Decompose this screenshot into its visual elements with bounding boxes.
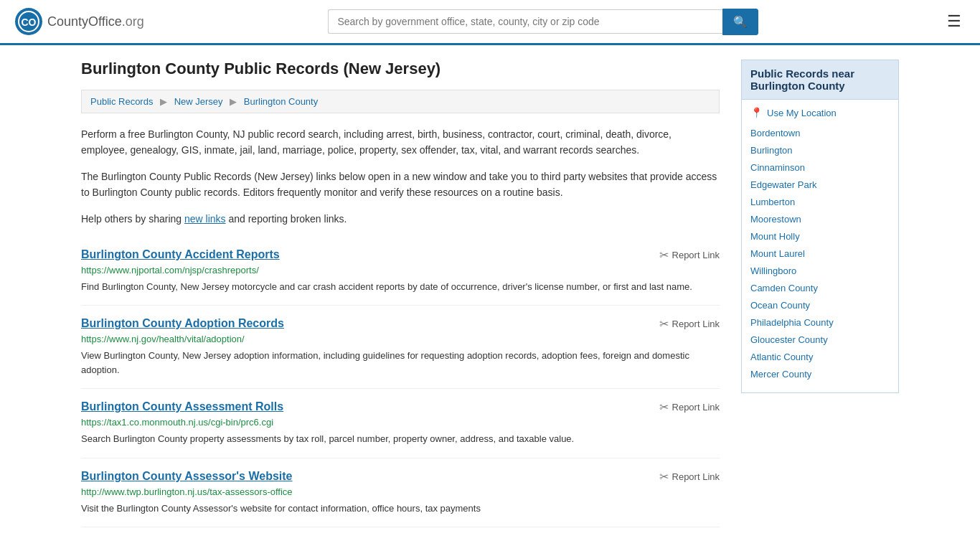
main-container: Burlington County Public Records (New Je… [67, 45, 913, 542]
scissors-icon-0: ✂ [659, 248, 669, 262]
site-header: CO CountyOffice.org 🔍 ☰ [0, 0, 980, 45]
logo[interactable]: CO CountyOffice.org [14, 7, 144, 36]
sidebar: Public Records near Burlington County 📍 … [741, 60, 899, 527]
location-pin-icon: 📍 [750, 107, 763, 118]
sidebar-city-link-5[interactable]: Moorestown [750, 214, 801, 225]
sidebar-city-link-0[interactable]: Bordentown [750, 128, 800, 138]
sidebar-city-link-1[interactable]: Burlington [750, 145, 793, 156]
search-button[interactable]: 🔍 [722, 9, 758, 35]
scissors-icon-3: ✂ [659, 470, 669, 484]
list-item: Camden County [750, 282, 890, 293]
record-title-1[interactable]: Burlington County Adoption Records [81, 317, 284, 330]
report-link-label-3: Report Link [672, 471, 720, 482]
sidebar-city-link-7[interactable]: Mount Laurel [750, 248, 805, 259]
report-link-label-1: Report Link [672, 319, 720, 329]
list-item: Moorestown [750, 213, 890, 225]
sidebar-city-link-8[interactable]: Willingboro [750, 265, 796, 276]
record-title-3[interactable]: Burlington County Assessor's Website [81, 470, 293, 483]
record-url-0[interactable]: https://www.njportal.com/njsp/crashrepor… [81, 265, 720, 276]
description-para-2: The Burlington County Public Records (Ne… [81, 169, 720, 201]
description-para-3: Help others by sharing new links and rep… [81, 211, 720, 227]
scissors-icon-1: ✂ [659, 317, 669, 331]
sidebar-city-link-4[interactable]: Lumberton [750, 197, 795, 207]
list-item: Bordentown [750, 127, 890, 138]
record-desc-3: Visit the Burlington County Assessor's w… [81, 501, 720, 516]
list-item: Gloucester County [750, 334, 890, 345]
main-content: Burlington County Public Records (New Je… [81, 60, 720, 527]
record-url-2[interactable]: https://tax1.co.monmouth.nj.us/cgi-bin/p… [81, 417, 720, 428]
record-header: Burlington County Assessment Rolls ✂ Rep… [81, 400, 720, 414]
sidebar-county-link-1[interactable]: Ocean County [750, 300, 810, 311]
breadcrumb-burlington-county[interactable]: Burlington County [244, 96, 318, 107]
sidebar-county-link-2[interactable]: Philadelphia County [750, 317, 834, 328]
sidebar-county-link-3[interactable]: Gloucester County [750, 334, 828, 345]
sidebar-county-link-4[interactable]: Atlantic County [750, 352, 813, 362]
report-link-label-0: Report Link [672, 250, 720, 260]
sidebar-title: Public Records near Burlington County [741, 60, 899, 99]
record-entry: Burlington County Adoption Records ✂ Rep… [81, 306, 720, 389]
records-list: Burlington County Accident Reports ✂ Rep… [81, 237, 720, 528]
breadcrumb-sep-2: ▶ [230, 96, 237, 107]
page-title: Burlington County Public Records (New Je… [81, 60, 720, 78]
record-header: Burlington County Assessor's Website ✂ R… [81, 470, 720, 484]
record-desc-0: Find Burlington County, New Jersey motor… [81, 280, 720, 294]
record-header: Burlington County Accident Reports ✂ Rep… [81, 248, 720, 262]
list-item: Ocean County [750, 299, 890, 311]
list-item: Willingboro [750, 265, 890, 276]
list-item: Cinnaminson [750, 161, 890, 173]
sidebar-counties-list: Camden CountyOcean CountyPhiladelphia Co… [750, 282, 890, 380]
list-item: Philadelphia County [750, 316, 890, 328]
report-link-button-0[interactable]: ✂ Report Link [659, 248, 720, 262]
search-bar: 🔍 [328, 9, 758, 35]
record-url-3[interactable]: http://www.twp.burlington.nj.us/tax-asse… [81, 486, 720, 497]
svg-text:CO: CO [22, 17, 37, 28]
record-desc-2: Search Burlington County property assess… [81, 432, 720, 446]
list-item: Edgewater Park [750, 179, 890, 190]
list-item: Burlington [750, 144, 890, 156]
sidebar-city-link-3[interactable]: Edgewater Park [750, 179, 817, 190]
sidebar-county-link-0[interactable]: Camden County [750, 283, 818, 293]
logo-icon: CO [14, 7, 43, 36]
description-para-1: Perform a free Burlington County, NJ pub… [81, 126, 720, 159]
sidebar-county-link-5[interactable]: Mercer County [750, 369, 811, 380]
sidebar-cities-list: BordentownBurlingtonCinnaminsonEdgewater… [750, 127, 890, 276]
record-url-1[interactable]: https://www.nj.gov/health/vital/adoption… [81, 334, 720, 344]
report-link-label-2: Report Link [672, 402, 720, 413]
sidebar-city-link-6[interactable]: Mount Holly [750, 231, 800, 242]
new-links-link[interactable]: new links [184, 213, 226, 225]
logo-text: CountyOffice.org [47, 14, 144, 29]
record-entry: Burlington County Accident Reports ✂ Rep… [81, 237, 720, 306]
sidebar-city-link-2[interactable]: Cinnaminson [750, 162, 805, 173]
sidebar-body: 📍 Use My Location BordentownBurlingtonCi… [741, 99, 899, 393]
report-link-button-3[interactable]: ✂ Report Link [659, 470, 720, 484]
breadcrumb-public-records[interactable]: Public Records [90, 96, 153, 107]
use-my-location-link[interactable]: 📍 Use My Location [750, 107, 890, 118]
record-entry: Burlington County Assessment Rolls ✂ Rep… [81, 389, 720, 458]
record-title-0[interactable]: Burlington County Accident Reports [81, 248, 280, 261]
breadcrumb-sep-1: ▶ [160, 96, 167, 107]
breadcrumb-new-jersey[interactable]: New Jersey [174, 96, 223, 107]
record-entry: Burlington County Assessor's Website ✂ R… [81, 458, 720, 528]
record-desc-1: View Burlington County, New Jersey adopt… [81, 349, 720, 377]
record-title-2[interactable]: Burlington County Assessment Rolls [81, 400, 283, 413]
list-item: Mercer County [750, 368, 890, 380]
list-item: Atlantic County [750, 351, 890, 362]
search-input[interactable] [328, 9, 722, 34]
record-header: Burlington County Adoption Records ✂ Rep… [81, 317, 720, 331]
menu-button[interactable]: ☰ [943, 8, 966, 35]
list-item: Mount Laurel [750, 248, 890, 259]
list-item: Lumberton [750, 196, 890, 207]
scissors-icon-2: ✂ [659, 400, 669, 414]
list-item: Mount Holly [750, 230, 890, 242]
report-link-button-2[interactable]: ✂ Report Link [659, 400, 720, 414]
breadcrumb: Public Records ▶ New Jersey ▶ Burlington… [81, 90, 720, 113]
report-link-button-1[interactable]: ✂ Report Link [659, 317, 720, 331]
